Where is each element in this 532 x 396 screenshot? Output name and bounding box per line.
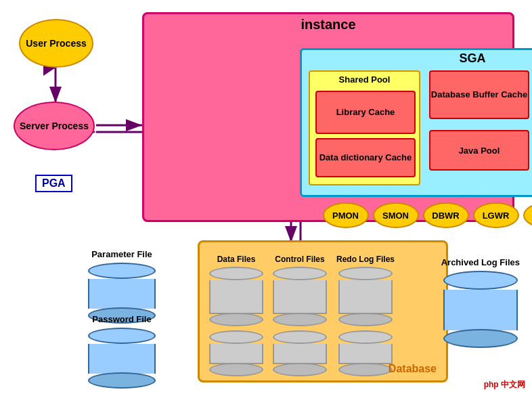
- cyl-body: [209, 280, 263, 314]
- cyl-top: [209, 267, 263, 280]
- pass-cyl-top: [88, 328, 156, 344]
- cyl-bottom2: [209, 363, 263, 376]
- cyl-top2: [338, 330, 393, 344]
- data-dict-cache-label: Data dictionary Cache: [319, 152, 412, 163]
- java-pool-box: Java Pool: [429, 130, 529, 171]
- cyl-body2: [209, 344, 263, 364]
- db-buffer-cache-label: Database Buffer Cache: [431, 89, 527, 100]
- password-file-cylinder: Password File: [88, 314, 156, 389]
- library-cache-label: Library Cache: [336, 107, 395, 118]
- control-files-label: Control Files: [275, 255, 324, 264]
- server-process: Server Process: [14, 102, 95, 150]
- sga-box: SGA Shared Pool Library Cache Data dicti…: [300, 48, 532, 197]
- process-dbwr: DBWR: [423, 202, 469, 228]
- shared-pool-label: Shared Pool: [310, 72, 419, 85]
- server-process-label: Server Process: [20, 120, 89, 131]
- pass-cyl-body: [88, 344, 156, 374]
- cyl-bottom2: [338, 363, 393, 376]
- control-files-cylinder: Control Files: [273, 255, 327, 376]
- cyl-bottom: [273, 313, 327, 326]
- shared-pool-box: Shared Pool Library Cache Data dictionar…: [309, 70, 420, 185]
- parameter-file-label: Parameter File: [91, 249, 152, 260]
- cyl-top: [338, 267, 393, 280]
- cyl-body: [273, 280, 327, 314]
- param-cyl-top: [88, 263, 156, 279]
- param-cyl-body: [88, 279, 156, 309]
- database-label: Database: [389, 363, 437, 375]
- arch-cyl-body: [443, 290, 518, 330]
- pga-label: PGA: [35, 175, 72, 192]
- cyl-body2: [338, 344, 393, 364]
- cyl-body: [338, 280, 393, 314]
- cyl-body2: [273, 344, 327, 364]
- data-dict-cache-box: Data dictionary Cache: [315, 138, 416, 177]
- arch-cyl-top: [443, 271, 518, 290]
- data-files-label: Data Files: [217, 255, 256, 264]
- parameter-file-cylinder: Parameter File: [88, 249, 156, 324]
- process-ckpt: CKPT: [523, 202, 533, 228]
- watermark: php 中文网: [484, 379, 525, 391]
- db-buffer-cache-box: Database Buffer Cache: [429, 70, 529, 119]
- cyl-bottom: [209, 313, 263, 326]
- redo-log-files-cylinder: Redo Log Files: [336, 255, 395, 376]
- user-process: User Process: [19, 19, 93, 68]
- instance-label: instance: [144, 14, 512, 32]
- cyl-bottom2: [273, 363, 327, 376]
- arch-cyl-bottom: [443, 329, 518, 348]
- archived-log-label: Archived Log Files: [441, 257, 520, 268]
- redo-log-files-label: Redo Log Files: [336, 255, 395, 264]
- process-row: PMON SMON DBWR LGWR CKPT Others: [290, 202, 532, 228]
- database-box: Data Files Control Files: [198, 240, 448, 382]
- data-files-cylinder: Data Files: [209, 255, 263, 376]
- password-file-label: Password File: [92, 314, 151, 325]
- sga-label: SGA: [302, 50, 532, 66]
- archived-log-cylinder: Archived Log Files: [441, 257, 520, 348]
- pass-cyl-bottom: [88, 372, 156, 389]
- cyl-top2: [273, 330, 327, 344]
- process-pmon: PMON: [323, 202, 369, 228]
- process-smon: SMON: [373, 202, 419, 228]
- user-process-label: User Process: [26, 38, 87, 49]
- java-pool-label: Java Pool: [459, 146, 500, 156]
- instance-box: instance SGA Shared Pool Library Cache D…: [142, 12, 514, 222]
- db-cylinders: Data Files Control Files: [209, 255, 395, 376]
- cyl-top2: [209, 330, 263, 344]
- cyl-bottom: [338, 313, 393, 326]
- cyl-top: [273, 267, 327, 280]
- library-cache-box: Library Cache: [315, 91, 416, 134]
- process-lgwr: LGWR: [473, 202, 519, 228]
